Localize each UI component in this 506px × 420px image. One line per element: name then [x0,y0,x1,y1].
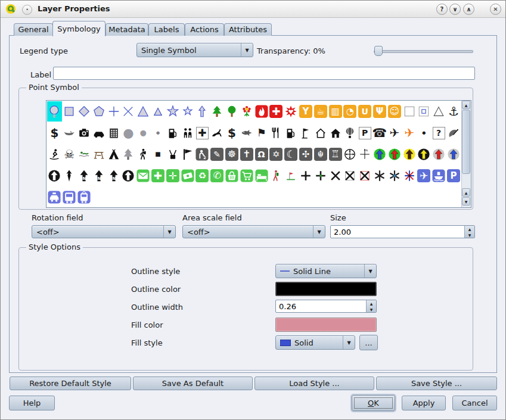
camera-icon[interactable] [77,123,92,143]
scroll-down-icon[interactable]: ▼ [462,197,470,206]
people-icon[interactable] [180,123,195,143]
cancel-button[interactable]: Cancel [452,396,497,410]
cross-green-dot-icon[interactable] [313,166,328,186]
small-dot-marker[interactable]: ● [151,123,166,143]
antenna-icon[interactable] [165,144,180,164]
arrow-green-red-icon[interactable] [387,144,402,164]
house-outline-icon[interactable] [313,123,328,143]
circle-marker[interactable] [47,101,62,122]
titlebar[interactable]: • Layer Properties ? ∨ ∧ ✕ [1,1,505,18]
ticket-icon[interactable] [180,166,195,186]
small-blue-square-marker[interactable] [417,101,432,122]
north-arrow-bold-icon[interactable]: N [91,166,106,186]
fuel-pump-icon[interactable] [284,123,299,143]
cafe-icon[interactable]: ☕ [313,101,328,122]
dharma-wheel-icon[interactable]: ☸ [225,144,240,164]
size-input[interactable] [331,226,464,238]
parking-blue-icon[interactable]: P [446,166,461,186]
fuel-icon[interactable] [165,123,180,143]
slider-handle[interactable] [374,46,383,56]
tram-icon[interactable] [77,187,92,207]
x-red-square-marker[interactable] [358,166,372,186]
arrow-black-circle-icon[interactable] [47,166,62,186]
pub-icon[interactable]: U [358,101,372,122]
arrow-gray-blue-icon[interactable] [446,144,461,164]
square-marker[interactable] [62,101,77,122]
outline-color-button[interactable] [275,282,377,296]
north-arrow-icon[interactable]: N [77,166,92,186]
tab-metadata[interactable]: Metadata [105,23,148,36]
window-shade-button[interactable]: ∨ [449,4,461,15]
cross-x-marker[interactable] [121,101,136,122]
window-menu-button[interactable]: • [22,5,32,15]
arrow-black-yellow-icon[interactable] [417,144,432,164]
flower-icon[interactable] [239,101,254,122]
spin-up-icon[interactable]: ▲ [367,300,376,306]
rotation-field-combo[interactable]: <off> ▼ [32,225,176,238]
fill-style-more-button[interactable]: ... [359,335,378,350]
parking-icon[interactable]: P [358,123,372,143]
tab-actions[interactable]: Actions [185,23,224,36]
tab-symbology[interactable]: Symbology [52,21,105,36]
star-of-david-icon[interactable]: ✡ [269,144,284,164]
smile-icon[interactable]: ☺ [387,101,402,122]
spin-down-icon[interactable]: ▼ [465,232,474,238]
label-input[interactable] [53,67,475,80]
north-arrow-outline-icon[interactable]: N [106,166,121,186]
compass-icon[interactable] [343,144,358,164]
om-icon[interactable]: Ω [254,144,269,164]
outline-width-input[interactable] [276,300,366,312]
picnic-table-icon[interactable] [91,144,106,164]
arrow-circle-2-icon[interactable] [121,166,136,186]
gray-tree-icon[interactable] [121,144,136,164]
north-cross-icon[interactable]: N [358,144,372,164]
golf-course-icon[interactable] [299,123,313,143]
x-bold-marker[interactable] [328,166,343,186]
load-style-button[interactable]: Load Style ... [254,377,374,390]
khanda-icon[interactable]: ☬ [313,144,328,164]
equilateral-triangle-marker[interactable] [151,101,166,122]
crescent-icon[interactable]: ☾ [284,144,299,164]
cross-dot-icon[interactable] [299,166,313,186]
x-square-marker[interactable] [343,166,358,186]
outline-style-combo[interactable]: Solid Line ▼ [275,264,377,278]
golf-flag-icon[interactable]: ⚑ [254,123,269,143]
north-star-icon[interactable] [62,166,77,186]
fish-icon[interactable] [239,123,254,143]
open-triangle-marker[interactable] [432,101,446,122]
window-help-button[interactable]: ? [436,4,448,15]
dollar-icon[interactable]: $ [47,123,62,143]
lodging-icon[interactable] [254,166,269,186]
satellite-dish-icon[interactable] [446,123,461,143]
cinema-icon[interactable]: ▥ [328,101,343,122]
deer-icon[interactable] [210,123,225,143]
arrow-yellow-brown-icon[interactable] [402,144,417,164]
phone-green-icon[interactable]: ✆ [210,166,225,186]
outline-width-spin-buttons[interactable]: ▲ ▼ [366,300,376,312]
anchor-icon[interactable]: ⚓ [446,101,461,122]
cross-plus-marker[interactable] [106,101,121,122]
recycle-icon[interactable]: ♻ [195,166,210,186]
teepee-icon[interactable] [106,144,121,164]
fire-icon[interactable] [254,101,269,122]
swimmer-icon[interactable] [77,144,92,164]
museum-icon[interactable]: ♖ [328,144,343,164]
petroglyph-icon[interactable]: ✣ [299,144,313,164]
spin-up-icon[interactable]: ▲ [465,226,474,232]
asterisk-blue-dot-marker[interactable] [387,166,402,186]
spin-down-icon[interactable]: ▼ [367,306,376,312]
white-square-marker[interactable] [402,101,417,122]
worship-icon[interactable]: 2 [195,144,210,164]
help-button[interactable]: Help [9,396,55,410]
apply-button[interactable]: Apply [402,396,446,410]
course-flag-icon[interactable] [284,166,299,186]
transparency-slider[interactable] [374,46,473,55]
car-icon[interactable] [91,123,106,143]
green-cross-outline-icon[interactable]: ✛ [165,166,180,186]
arrow-up-marker[interactable] [195,101,210,122]
hospital-icon[interactable]: ✚ [195,123,210,143]
asterisk-marker[interactable] [372,166,387,186]
heart-star-icon[interactable] [284,101,299,122]
hiker-icon[interactable] [136,144,151,164]
restore-default-style-button[interactable]: Restore Default Style [10,377,131,390]
